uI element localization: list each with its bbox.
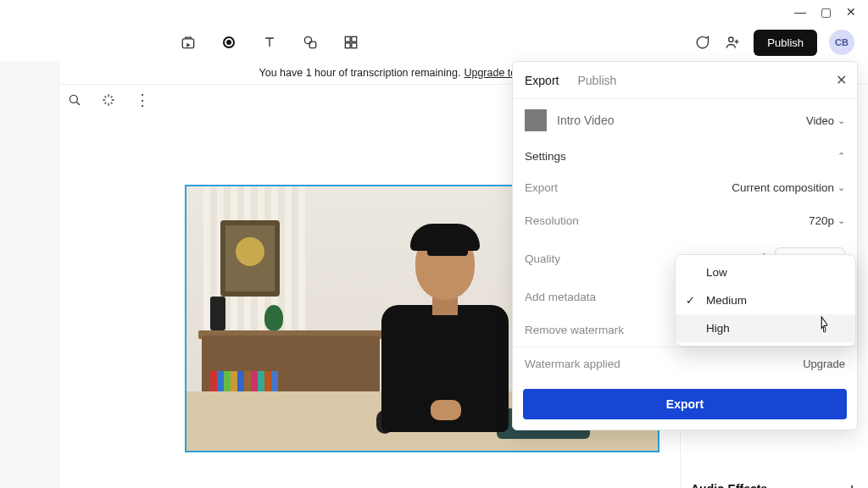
- chevron-down-icon: ⌄: [837, 115, 845, 126]
- quality-label: Quality: [525, 252, 560, 265]
- svg-rect-0: [182, 39, 193, 48]
- cursor-pointer-icon: [817, 315, 832, 334]
- upgrade-watermark-link[interactable]: Upgrade: [803, 358, 845, 370]
- export-scope-select[interactable]: Current composition⌄: [732, 181, 845, 194]
- maximize-icon[interactable]: ▢: [821, 7, 831, 17]
- resolution-label: Resolution: [525, 214, 579, 227]
- minimize-icon[interactable]: —: [795, 7, 805, 17]
- svg-point-7: [729, 37, 733, 42]
- svg-rect-3: [345, 36, 350, 42]
- svg-point-1: [304, 36, 311, 43]
- search-icon[interactable]: [66, 92, 83, 108]
- chevron-up-icon[interactable]: ⌃: [837, 151, 845, 162]
- check-icon: ✓: [686, 294, 695, 307]
- remove-watermark-label[interactable]: Remove watermark: [525, 324, 624, 336]
- sparkle-icon[interactable]: [100, 92, 117, 108]
- comments-icon[interactable]: [693, 33, 711, 52]
- project-title: Intro Video: [557, 114, 614, 127]
- resolution-select[interactable]: 720p⌄: [809, 214, 845, 227]
- audio-effects-heading: Audio Effects: [691, 482, 767, 488]
- export-panel: Export Publish ✕ Intro Video Video⌄ Sett…: [512, 61, 858, 430]
- export-type-select[interactable]: Video⌄: [806, 114, 845, 127]
- chevron-down-icon: ⌄: [837, 215, 845, 226]
- record-icon[interactable]: [220, 34, 237, 51]
- quality-option-medium[interactable]: ✓ Medium: [676, 286, 855, 314]
- tab-export[interactable]: Export: [525, 74, 559, 87]
- invite-icon[interactable]: [723, 33, 742, 52]
- left-rail: [0, 61, 59, 488]
- canvas-toolbar: ⋮: [66, 92, 151, 108]
- close-window-icon[interactable]: ✕: [846, 7, 856, 17]
- text-tool-icon[interactable]: [261, 34, 278, 51]
- export-button[interactable]: Export: [523, 389, 847, 419]
- topbar: Publish CB: [0, 24, 868, 61]
- add-effect-icon[interactable]: ＋: [846, 481, 858, 488]
- topbar-right: Publish CB: [693, 30, 868, 56]
- export-scope-label: Export: [525, 181, 558, 194]
- window-controls: — ▢ ✕: [783, 0, 868, 24]
- media-library-icon[interactable]: [180, 34, 197, 51]
- more-icon[interactable]: ⋮: [134, 92, 151, 108]
- publish-button[interactable]: Publish: [754, 30, 817, 56]
- quality-option-low[interactable]: Low: [676, 258, 855, 286]
- chevron-down-icon: ⌄: [837, 182, 845, 193]
- settings-label: Settings: [525, 150, 566, 163]
- project-thumbnail: [525, 109, 547, 131]
- shapes-icon[interactable]: [302, 34, 319, 51]
- notice-text: You have 1 hour of transcription remaini…: [259, 67, 461, 79]
- watermark-applied-label: Watermark applied: [525, 358, 620, 370]
- svg-rect-6: [352, 43, 357, 48]
- svg-rect-5: [345, 43, 350, 48]
- templates-icon[interactable]: [342, 34, 359, 51]
- tool-icons: [180, 34, 359, 51]
- tab-publish[interactable]: Publish: [577, 74, 616, 87]
- close-icon[interactable]: ✕: [836, 72, 847, 88]
- svg-rect-4: [352, 36, 357, 42]
- add-metadata-label[interactable]: Add metadata: [525, 291, 596, 303]
- svg-point-8: [70, 95, 77, 103]
- svg-rect-13: [824, 327, 826, 332]
- avatar[interactable]: CB: [829, 30, 854, 55]
